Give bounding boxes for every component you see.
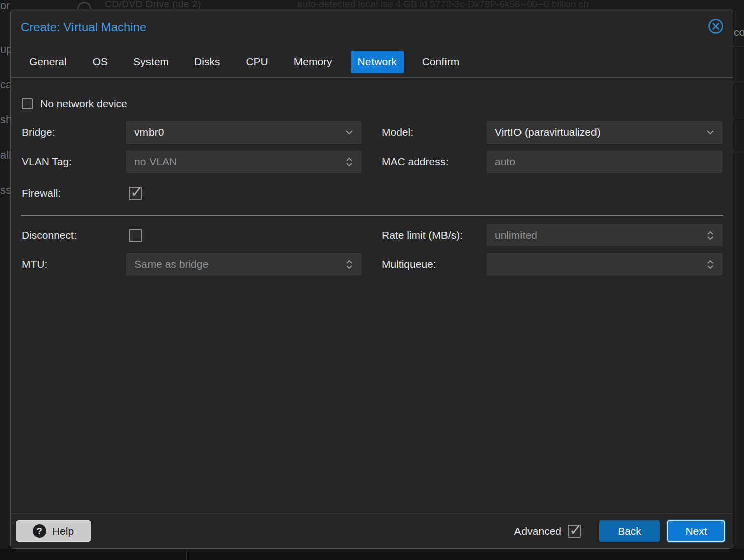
tab-os[interactable]: OS bbox=[86, 51, 115, 73]
table-row-divider bbox=[733, 82, 744, 82]
model-combo[interactable]: VirtIO (paravirtualized) bbox=[487, 121, 722, 144]
table-row-divider bbox=[733, 117, 744, 117]
close-icon[interactable] bbox=[707, 18, 724, 35]
model-label: Model: bbox=[382, 121, 413, 144]
multiqueue-label: Multiqueue: bbox=[382, 253, 436, 275]
tab-confirm[interactable]: Confirm bbox=[415, 51, 467, 73]
mac-address-input[interactable]: auto bbox=[487, 151, 722, 173]
help-button[interactable]: ? Help bbox=[16, 520, 91, 542]
next-button[interactable]: Next bbox=[667, 520, 725, 542]
bridge-value: vmbr0 bbox=[134, 126, 344, 138]
background-table-row: CD/DVD Drive (ide 2) auto-detected local… bbox=[0, 0, 744, 9]
tab-network[interactable]: Network bbox=[351, 51, 404, 73]
mac-address-label: MAC address: bbox=[382, 151, 449, 173]
background-text-fragment: ss bbox=[0, 184, 11, 197]
spinner-up-down-icon[interactable] bbox=[344, 157, 355, 167]
background-bottom-strip bbox=[0, 549, 744, 560]
mtu-label: MTU: bbox=[22, 253, 47, 275]
back-button[interactable]: Back bbox=[599, 520, 660, 542]
table-row-divider bbox=[733, 46, 744, 47]
no-network-device-row[interactable]: No network device bbox=[22, 98, 127, 110]
rate-limit-label: Rate limit (MB/s): bbox=[382, 224, 463, 246]
firewall-checkbox[interactable] bbox=[129, 187, 142, 200]
question-mark-icon: ? bbox=[33, 524, 46, 538]
vlan-tag-label: VLAN Tag: bbox=[22, 151, 72, 173]
disconnect-label: Disconnect: bbox=[22, 224, 77, 246]
advanced-label: Advanced bbox=[514, 525, 561, 537]
rate-limit-placeholder: unlimited bbox=[495, 229, 705, 241]
no-network-device-checkbox[interactable] bbox=[22, 98, 33, 109]
mtu-spinner[interactable]: Same as bridge bbox=[126, 253, 361, 275]
help-button-label: Help bbox=[52, 525, 74, 537]
background-text-fragment: or bbox=[0, 0, 10, 12]
advanced-checkbox[interactable] bbox=[568, 525, 581, 538]
tab-cpu[interactable]: CPU bbox=[239, 51, 275, 73]
mtu-placeholder: Same as bridge bbox=[134, 258, 344, 270]
tabbar-divider bbox=[11, 77, 733, 78]
no-network-device-label: No network device bbox=[40, 98, 127, 110]
disconnect-checkbox[interactable] bbox=[129, 229, 142, 242]
spinner-up-down-icon[interactable] bbox=[344, 260, 355, 269]
dialog-footer: ? Help Advanced Back Next bbox=[11, 513, 733, 548]
mac-address-placeholder: auto bbox=[495, 156, 716, 168]
create-vm-dialog: Create: Virtual Machine General OS Syste… bbox=[10, 9, 733, 549]
tab-memory[interactable]: Memory bbox=[287, 51, 339, 73]
firewall-label: Firewall: bbox=[22, 182, 61, 204]
bridge-combo[interactable]: vmbr0 bbox=[126, 121, 361, 144]
rate-limit-spinner[interactable]: unlimited bbox=[487, 224, 722, 246]
tab-general[interactable]: General bbox=[22, 51, 74, 73]
bridge-label: Bridge: bbox=[22, 121, 55, 144]
spinner-up-down-icon[interactable] bbox=[705, 260, 716, 269]
chevron-down-icon[interactable] bbox=[344, 130, 355, 135]
dialog-title: Create: Virtual Machine bbox=[21, 20, 146, 34]
background-grid-line bbox=[186, 549, 187, 560]
background-text-fragment: all bbox=[0, 149, 11, 162]
multiqueue-spinner[interactable] bbox=[487, 253, 722, 275]
vlan-tag-spinner[interactable]: no VLAN bbox=[126, 151, 361, 173]
tab-system[interactable]: System bbox=[126, 51, 176, 73]
vlan-tag-placeholder: no VLAN bbox=[134, 156, 344, 168]
footer-actions: Advanced Back Next bbox=[514, 520, 725, 542]
table-row-divider bbox=[733, 152, 744, 152]
spinner-up-down-icon[interactable] bbox=[705, 231, 716, 240]
tab-disks[interactable]: Disks bbox=[187, 51, 227, 73]
model-value: VirtIO (paravirtualized) bbox=[495, 126, 705, 138]
chevron-down-icon[interactable] bbox=[705, 130, 716, 135]
background-text-fragment: co bbox=[734, 26, 744, 38]
section-divider bbox=[21, 215, 723, 216]
wizard-tabbar: General OS System Disks CPU Memory Netwo… bbox=[22, 51, 466, 73]
